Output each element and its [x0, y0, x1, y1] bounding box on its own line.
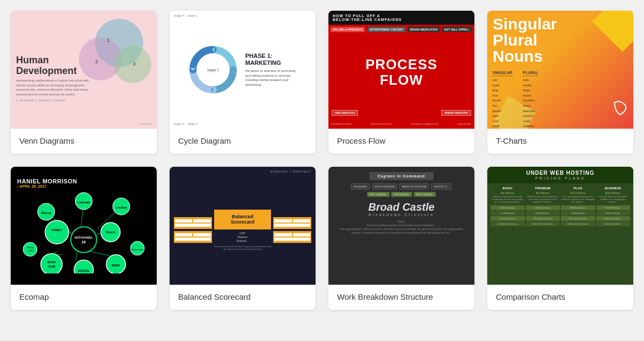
svg-text:SCHOOL: SCHOOL [78, 269, 89, 272]
card-tcharts[interactable]: SingularPluralNouns SINGULAR cattruckbug… [487, 11, 633, 154]
preview-comparison: UNDER WEB HOSTING PRICING PLANS BASIC $2… [487, 167, 633, 285]
preview-ecomap: HANIEL MORRISON • APRIL 26, 2017 Sharing… [11, 167, 157, 285]
card-ecomap[interactable]: HANIEL MORRISON • APRIL 26, 2017 Sharing… [11, 167, 157, 310]
svg-line-39 [90, 251, 109, 256]
preview-wbs: Captain in Command DIVISIONS DECK DIVISI… [328, 167, 474, 285]
card-balanced-scorecard[interactable]: STRATEGY • STRATEGY [170, 167, 316, 310]
preview-venn: 1 2 3 HumanDevelopment representing math… [11, 11, 157, 129]
svg-text:NATHANIEL: NATHANIEL [75, 236, 93, 239]
card-venn-diagrams[interactable]: 1 2 3 HumanDevelopment representing math… [11, 11, 157, 154]
svg-text:Relationships: Relationships [131, 248, 144, 251]
svg-text:Church: Church [106, 231, 115, 234]
svg-line-38 [76, 251, 77, 260]
svg-text:stage 1: stage 1 [207, 68, 219, 72]
svg-line-37 [52, 252, 57, 254]
card-label-process: Process Flow [328, 129, 474, 154]
card-label-comparison: Comparison Charts [487, 285, 633, 310]
svg-point-20 [45, 220, 69, 244]
card-wbs[interactable]: Captain in Command DIVISIONS DECK DIVISI… [328, 167, 474, 310]
card-process-flow[interactable]: HOW TO PULL OFF A BELOW-THE-LINE CAMPAIG… [328, 11, 474, 154]
card-label-venn: Venn Diagrams [11, 129, 157, 154]
svg-text:CLUB: CLUB [48, 265, 55, 268]
svg-point-26 [71, 227, 97, 253]
card-label-scorecard: Balanced Scorecard [170, 285, 316, 310]
template-grid: 1 2 3 HumanDevelopment representing math… [11, 11, 633, 310]
svg-text:BOOK: BOOK [48, 261, 56, 264]
svg-text:Sharing: Sharing [41, 211, 52, 214]
svg-text:Sibling: Sibling [27, 246, 33, 249]
preview-process: HOW TO PULL OFF A BELOW-THE-LINE CAMPAIG… [328, 11, 474, 129]
preview-scorecard: STRATEGY • STRATEGY [170, 167, 316, 285]
preview-tcharts: SingularPluralNouns SINGULAR cattruckbug… [487, 11, 633, 129]
svg-text:1: 1 [107, 38, 109, 43]
ecomap-date: • APRIL 26, 2017 [15, 184, 152, 188]
svg-text:WORK: WORK [112, 264, 120, 267]
ecomap-name: HANIEL MORRISON [15, 178, 152, 184]
preview-cycle: stage 1 PHASE 1:MARKETING the action or … [170, 11, 316, 129]
svg-text:26: 26 [82, 240, 86, 244]
svg-text:Location: Location [116, 206, 127, 209]
card-cycle-diagram[interactable]: stage 1 PHASE 1:MARKETING the action or … [170, 11, 316, 154]
card-label-tcharts: T-Charts [487, 129, 633, 154]
card-label-wbs: Work Breakdown Structure [328, 285, 474, 310]
card-label-ecomap: Ecomap [11, 285, 157, 310]
svg-text:conflict: conflict [27, 249, 34, 252]
card-label-cycle: Cycle Diagram [170, 129, 316, 154]
card-comparison-charts[interactable]: UNDER WEB HOSTING PRICING PLANS BASIC $2… [487, 167, 633, 310]
svg-text:FAMILY: FAMILY [51, 228, 62, 232]
